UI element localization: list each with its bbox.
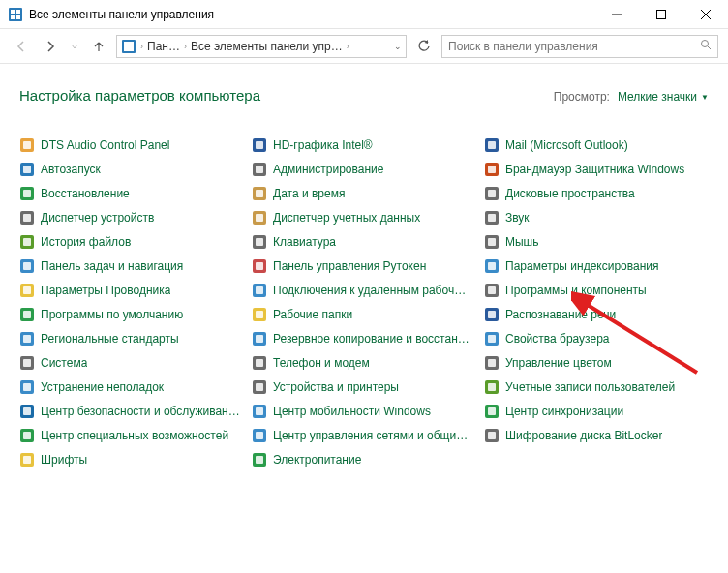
control-panel-item[interactable]: Клавиатура	[252, 233, 484, 251]
svg-rect-40	[256, 238, 263, 246]
control-panel-icon	[8, 7, 23, 22]
breadcrumb-dropdown-icon[interactable]: ⌄	[394, 42, 402, 51]
item-label: Диспетчер устройств	[41, 211, 154, 225]
item-icon	[252, 355, 267, 371]
item-label: Автозапуск	[41, 163, 101, 176]
control-panel-item[interactable]: Телефон и модем	[252, 354, 484, 372]
svg-rect-50	[23, 286, 31, 294]
control-panel-item[interactable]: Центр безопасности и обслуживан…	[19, 403, 252, 420]
item-icon	[484, 210, 500, 226]
recent-dropdown[interactable]	[68, 35, 81, 58]
control-panel-item[interactable]: HD-графика Intel®	[252, 136, 484, 154]
control-panel-item[interactable]: Mail (Microsoft Outlook)	[484, 136, 716, 154]
forward-button[interactable]	[39, 35, 62, 58]
titlebar: Все элементы панели управления	[0, 0, 728, 29]
breadcrumb-part[interactable]: Все элементы панели упр…	[191, 40, 343, 53]
item-icon	[19, 210, 35, 226]
item-icon	[252, 404, 267, 419]
control-panel-item[interactable]: Панель задач и навигация	[19, 257, 252, 275]
control-panel-item[interactable]: Восстановление	[19, 185, 252, 202]
control-panel-item[interactable]: Свойства браузера	[484, 330, 716, 347]
control-panel-item[interactable]: Электропитание	[252, 451, 484, 468]
item-label: Панель управления Рутокен	[273, 259, 426, 273]
control-panel-item[interactable]: Брандмауэр Защитника Windows	[484, 161, 716, 178]
control-panel-item[interactable]: Звук	[484, 209, 716, 226]
item-label: Рабочие папки	[273, 308, 352, 321]
item-icon	[19, 355, 35, 371]
item-label: Параметры Проводника	[41, 284, 170, 297]
svg-rect-90	[488, 432, 496, 439]
minimize-button[interactable]	[594, 0, 639, 29]
refresh-button[interactable]	[412, 35, 436, 58]
control-panel-item[interactable]: Диспетчер устройств	[19, 209, 252, 226]
svg-rect-18	[488, 141, 496, 149]
svg-rect-28	[256, 190, 263, 197]
view-selector[interactable]: Мелкие значки ▼	[618, 90, 709, 104]
item-label: Подключения к удаленным рабоч…	[273, 284, 466, 297]
control-panel-item[interactable]: Резервное копирование и восстан…	[252, 330, 484, 347]
control-panel-item[interactable]: Администрирование	[252, 161, 484, 178]
svg-rect-66	[488, 335, 496, 343]
svg-rect-36	[488, 214, 496, 222]
control-panel-item[interactable]: Центр специальных возможностей	[19, 427, 252, 444]
svg-rect-72	[488, 359, 496, 367]
control-panel-item[interactable]: Региональные стандарты	[19, 330, 252, 347]
control-panel-item[interactable]: Мышь	[484, 233, 716, 251]
control-panel-item[interactable]: Подключения к удаленным рабоч…	[252, 282, 484, 299]
control-panel-item[interactable]: Рабочие папки	[252, 306, 484, 323]
control-panel-item[interactable]: Диспетчер учетных данных	[252, 209, 484, 226]
back-button[interactable]	[10, 35, 33, 58]
svg-rect-74	[23, 383, 31, 391]
control-panel-item[interactable]: Программы по умолчанию	[19, 306, 252, 323]
maximize-button[interactable]	[639, 0, 683, 29]
breadcrumb-part[interactable]: Пан…	[147, 40, 180, 53]
item-label: Центр специальных возможностей	[41, 429, 228, 442]
item-icon	[484, 355, 500, 371]
control-panel-item[interactable]: Центр управления сетями и общи…	[252, 427, 484, 444]
control-panel-item[interactable]: Устранение неполадок	[19, 378, 252, 396]
up-button[interactable]	[87, 35, 110, 58]
control-panel-item[interactable]: Центр синхронизации	[484, 403, 716, 420]
item-icon	[252, 162, 267, 177]
item-icon	[484, 404, 500, 419]
control-panel-item[interactable]: Устройства и принтеры	[252, 378, 484, 396]
control-panel-item[interactable]: Параметры индексирования	[484, 257, 716, 275]
item-label: Mail (Microsoft Outlook)	[505, 138, 628, 152]
search-box[interactable]	[441, 35, 718, 58]
item-label: Система	[41, 356, 87, 370]
control-panel-item[interactable]: Управление цветом	[484, 354, 716, 372]
control-panel-item[interactable]: Учетные записи пользователей	[484, 378, 716, 396]
control-panel-item[interactable]: История файлов	[19, 233, 252, 251]
svg-rect-88	[256, 432, 263, 439]
breadcrumb[interactable]: › Пан… › Все элементы панели упр… › ⌄	[116, 35, 407, 58]
item-icon	[19, 234, 35, 250]
item-label: Резервное копирование и восстан…	[273, 332, 470, 346]
control-panel-item[interactable]: Программы и компоненты	[484, 282, 716, 299]
item-icon	[484, 283, 500, 298]
item-icon	[252, 307, 267, 322]
item-icon	[19, 258, 35, 274]
svg-rect-76	[256, 383, 263, 391]
close-button[interactable]	[683, 0, 728, 29]
control-panel-item[interactable]: Центр мобильности Windows	[252, 403, 484, 420]
control-panel-item[interactable]: DTS Audio Control Panel	[19, 136, 252, 154]
control-panel-item[interactable]: Система	[19, 354, 252, 372]
search-input[interactable]	[448, 40, 712, 53]
item-icon	[252, 186, 267, 201]
item-label: Свойства браузера	[505, 332, 610, 346]
control-panel-item[interactable]: Параметры Проводника	[19, 282, 252, 299]
control-panel-item[interactable]: Распознавание речи	[484, 306, 716, 323]
item-icon	[19, 162, 35, 177]
control-panel-item[interactable]: Панель управления Рутокен	[252, 257, 484, 275]
item-icon	[252, 137, 267, 153]
control-panel-item[interactable]: Автозапуск	[19, 161, 252, 178]
item-label: Устройства и принтеры	[273, 380, 399, 394]
svg-rect-6	[657, 10, 666, 18]
svg-rect-16	[256, 141, 263, 149]
control-panel-item[interactable]: Дата и время	[252, 185, 484, 202]
control-panel-item[interactable]: Шрифты	[19, 451, 252, 468]
control-panel-item[interactable]: Шифрование диска BitLocker	[484, 427, 716, 444]
item-icon	[484, 234, 500, 250]
item-label: Мышь	[505, 235, 539, 249]
control-panel-item[interactable]: Дисковые пространства	[484, 185, 716, 202]
